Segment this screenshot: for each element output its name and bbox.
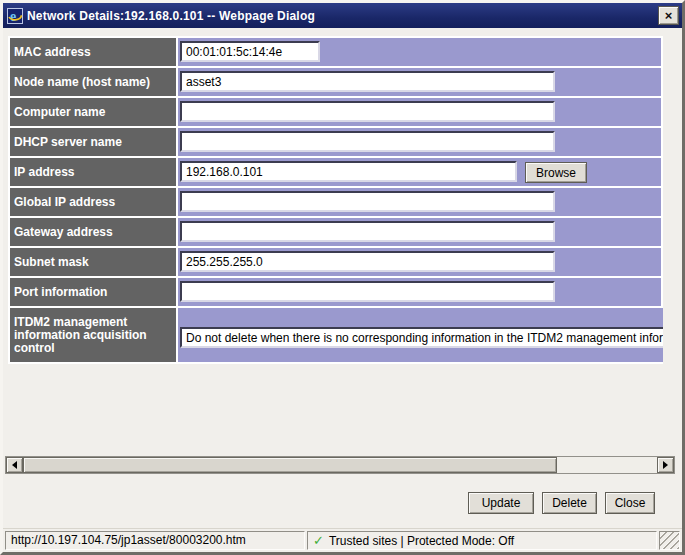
- checkmark-icon: ✓: [313, 534, 324, 547]
- table-row-ip-address: IP address Browse: [10, 158, 661, 186]
- field-label: Port information: [10, 278, 176, 306]
- field-label: Gateway address: [10, 218, 176, 246]
- port-information-input[interactable]: [180, 281, 555, 302]
- status-url-panel: http://10.197.104.75/jp1asset/80003200.h…: [5, 531, 305, 550]
- action-buttons: Update Delete Close: [468, 492, 655, 514]
- network-details-table: MAC address Node name (host name) Comput…: [8, 36, 663, 364]
- ie-logo-icon: e: [7, 8, 23, 24]
- field-cell: [178, 68, 661, 96]
- field-cell: [178, 278, 661, 306]
- scrollbar-track[interactable]: [23, 457, 657, 473]
- node-name-input[interactable]: [180, 71, 555, 92]
- table-row-node-name: Node name (host name): [10, 68, 661, 96]
- subnet-mask-input[interactable]: [180, 251, 555, 272]
- field-label: Global IP address: [10, 188, 176, 216]
- field-label: DHCP server name: [10, 128, 176, 156]
- status-bar: http://10.197.104.75/jp1asset/80003200.h…: [3, 528, 682, 552]
- field-label: MAC address: [10, 38, 176, 66]
- table-row-mac: MAC address: [10, 38, 661, 66]
- table-row-computer-name: Computer name: [10, 98, 661, 126]
- field-cell: [178, 248, 661, 276]
- field-cell: Browse: [178, 158, 661, 186]
- table-row-port-info: Port information: [10, 278, 661, 306]
- global-ip-input[interactable]: [180, 191, 555, 212]
- left-triangle-icon: [12, 461, 17, 469]
- field-label: Subnet mask: [10, 248, 176, 276]
- field-label: ITDM2 management information acquisition…: [10, 308, 176, 362]
- field-cell: [178, 98, 661, 126]
- right-triangle-icon: [663, 461, 668, 469]
- field-cell: [178, 218, 661, 246]
- field-label: IP address: [10, 158, 176, 186]
- field-cell: [178, 38, 661, 66]
- table-row-itdm2-control: ITDM2 management information acquisition…: [10, 308, 661, 362]
- close-icon[interactable]: ×: [658, 6, 679, 25]
- dialog-content: MAC address Node name (host name) Comput…: [3, 28, 682, 528]
- computer-name-input[interactable]: [180, 101, 555, 122]
- svg-text:e: e: [10, 9, 16, 24]
- dhcp-server-input[interactable]: [180, 131, 555, 152]
- table-row-global-ip: Global IP address: [10, 188, 661, 216]
- title-bar: e Network Details:192.168.0.101 -- Webpa…: [3, 3, 682, 28]
- field-cell: [178, 188, 661, 216]
- field-label: Node name (host name): [10, 68, 176, 96]
- field-cell: [178, 128, 661, 156]
- status-security-panel: ✓ Trusted sites | Protected Mode: Off: [307, 531, 657, 550]
- scroll-right-arrow[interactable]: [657, 457, 674, 473]
- gateway-address-input[interactable]: [180, 221, 555, 242]
- itdm2-control-input[interactable]: [180, 327, 663, 348]
- status-security-text: Trusted sites | Protected Mode: Off: [329, 533, 514, 549]
- horizontal-scrollbar[interactable]: [5, 456, 675, 474]
- scroll-left-arrow[interactable]: [6, 457, 23, 473]
- status-url-text: http://10.197.104.75/jp1asset/80003200.h…: [11, 533, 246, 547]
- dialog-title: Network Details:192.168.0.101 -- Webpage…: [27, 9, 658, 23]
- ip-address-input[interactable]: [180, 161, 517, 182]
- resize-grip[interactable]: [659, 531, 680, 550]
- browse-button[interactable]: Browse: [525, 162, 587, 183]
- webpage-dialog: e Network Details:192.168.0.101 -- Webpa…: [0, 0, 685, 555]
- mac-address-input[interactable]: [180, 41, 320, 62]
- field-label: Computer name: [10, 98, 176, 126]
- update-button[interactable]: Update: [468, 492, 534, 514]
- field-cell: [178, 308, 663, 362]
- table-row-subnet-mask: Subnet mask: [10, 248, 661, 276]
- table-row-gateway: Gateway address: [10, 218, 661, 246]
- delete-button[interactable]: Delete: [542, 492, 597, 514]
- table-row-dhcp-server: DHCP server name: [10, 128, 661, 156]
- scrollbar-thumb[interactable]: [23, 457, 557, 473]
- close-button[interactable]: Close: [605, 492, 655, 514]
